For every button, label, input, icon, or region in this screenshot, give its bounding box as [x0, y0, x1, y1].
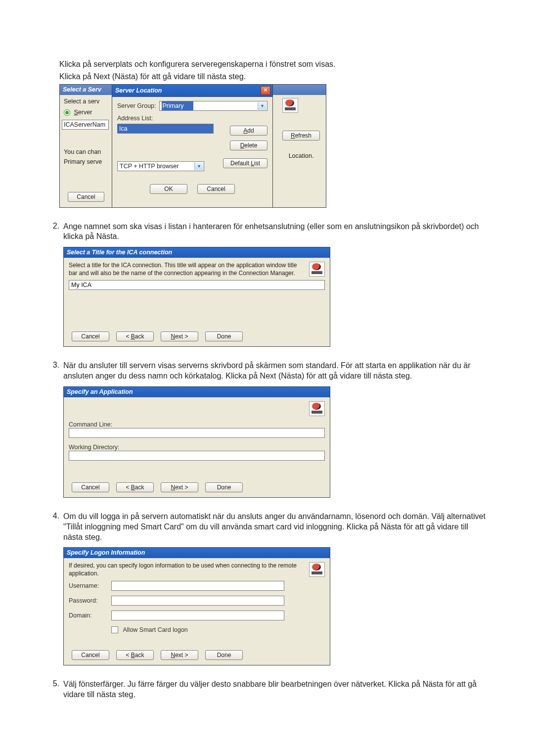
cancel-button[interactable]: Cancel: [197, 184, 235, 194]
address-list-label: Address List:: [117, 115, 267, 122]
server-group-label: Server Group:: [117, 102, 156, 109]
delete-button[interactable]: Delete: [230, 141, 267, 150]
ok-button[interactable]: OK: [150, 184, 187, 194]
dialog-description: Select a title for the ICA connection. T…: [69, 262, 304, 277]
citrix-logo-icon: [282, 98, 298, 113]
smartcard-label: Allow Smart Card logon: [123, 626, 187, 633]
dialog-title: Specify Logon Information: [67, 549, 328, 556]
domain-label: Domain:: [69, 612, 111, 619]
chevron-down-icon: ▾: [258, 102, 267, 110]
working-dir-label: Working Directory:: [69, 444, 325, 451]
done-button[interactable]: Done: [205, 482, 243, 492]
dialog-title: Select a Title for the ICA connection: [67, 249, 328, 256]
back-button[interactable]: < Back: [116, 331, 154, 341]
cancel-button[interactable]: Cancel: [72, 331, 109, 341]
add-button[interactable]: Add: [230, 126, 267, 136]
done-button[interactable]: Done: [205, 331, 243, 341]
cancel-button[interactable]: Cancel: [72, 650, 109, 660]
next-button[interactable]: Next >: [161, 482, 198, 492]
step-number-4: 4.: [44, 512, 63, 665]
back-button[interactable]: < Back: [116, 650, 154, 660]
protocol-select[interactable]: TCP + HTTP browser ▾: [117, 161, 204, 171]
intro-line-2: Klicka på Next (Nästa) för att gå vidare…: [59, 72, 490, 82]
back-button[interactable]: < Back: [116, 482, 154, 492]
working-dir-input[interactable]: [69, 451, 325, 461]
dialog-select-title: Select a Title for the ICA connection Se…: [63, 247, 330, 347]
address-list-value[interactable]: Ica: [117, 124, 214, 134]
dialog-logon-info: Specify Logon Information If desired, yo…: [63, 547, 330, 665]
next-button[interactable]: Next >: [161, 650, 198, 660]
dialog-title: Server Location: [115, 87, 261, 94]
radio-server-icon: [64, 109, 70, 116]
label-select-serv: Select a serv: [64, 98, 99, 105]
done-button[interactable]: Done: [205, 650, 243, 660]
you-can-change: You can chan: [64, 148, 101, 155]
dialog-description: If desired, you can specify logon inform…: [69, 562, 304, 577]
step-text-3: När du ansluter till servern visas serve…: [63, 361, 490, 381]
cancel-button[interactable]: Cancel: [68, 192, 104, 202]
smartcard-checkbox[interactable]: [111, 626, 118, 633]
username-label: Username:: [69, 582, 111, 589]
domain-input[interactable]: [111, 611, 284, 620]
password-label: Password:: [69, 597, 111, 604]
command-line-label: Command Line:: [69, 421, 325, 428]
step-text-4: Om du vill logga in på servern automatis…: [63, 512, 490, 542]
dialog-specify-application: Specify an Application Command Line: Wor…: [63, 386, 330, 498]
refresh-button[interactable]: Refresh: [282, 131, 320, 141]
primary-serve: Primary serve: [64, 158, 102, 165]
next-button[interactable]: Next >: [161, 331, 198, 341]
location-label: Location.: [282, 152, 320, 159]
command-line-input[interactable]: [69, 428, 325, 438]
ica-server-name[interactable]: ICAServerNam: [62, 120, 109, 130]
close-icon[interactable]: ×: [261, 86, 270, 95]
radio-server-label[interactable]: Server: [74, 109, 92, 116]
title-input[interactable]: [69, 280, 325, 290]
citrix-logo-icon: [309, 401, 325, 416]
server-group-select[interactable]: Primary ▾: [159, 101, 267, 111]
username-input[interactable]: [111, 581, 284, 591]
dialog-title: Specify an Application: [67, 388, 328, 395]
password-input[interactable]: [111, 596, 284, 606]
intro-line-1: Klicka på serverplats och konfigurera se…: [59, 59, 490, 70]
step-text-5: Välj fönsterfärger. Ju färre färger du v…: [63, 679, 490, 700]
step-number-3: 3.: [44, 361, 63, 498]
cancel-button[interactable]: Cancel: [72, 482, 109, 492]
citrix-logo-icon: [309, 262, 325, 277]
step-text-2: Ange namnet som ska visas i listan i han…: [63, 222, 490, 242]
step-number-2: 2.: [44, 222, 63, 347]
chevron-down-icon: ▾: [194, 162, 203, 170]
dialog-server-location: Server Location × Server Group: Primary …: [112, 84, 273, 208]
citrix-logo-icon: [309, 562, 325, 577]
step-number-5: 5.: [44, 679, 63, 705]
default-list-button[interactable]: Default List: [223, 158, 267, 168]
